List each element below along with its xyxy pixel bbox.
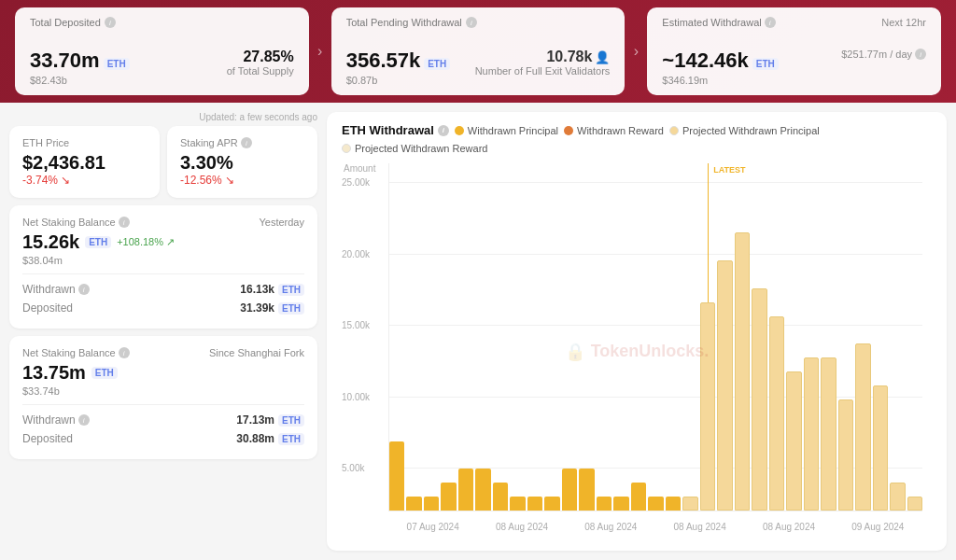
- info-icon-3[interactable]: i: [765, 17, 776, 28]
- eth-price-title: ETH Price: [22, 137, 147, 148]
- bar: [631, 483, 646, 511]
- yesterday-label: Yesterday: [259, 217, 304, 228]
- fork-info-icon[interactable]: i: [119, 347, 130, 358]
- net-balance-yesterday-card: Net Staking Balance i Yesterday 15.26k E…: [9, 205, 317, 329]
- bar: [406, 497, 421, 511]
- estimated-usd: $346.19m: [662, 75, 778, 86]
- card1-arrow[interactable]: ›: [309, 7, 331, 95]
- withdrawn-label-y: Withdrawn: [22, 283, 76, 296]
- bar-group: [406, 163, 421, 511]
- staking-apr-change: -12.56% ↘: [180, 174, 304, 187]
- deposited-eth-y: ETH: [278, 302, 304, 315]
- bar: [907, 497, 922, 511]
- legend-dot-2: [564, 126, 573, 135]
- deposited-fork-row: Deposited 30.88m ETH: [22, 429, 304, 448]
- bar-group: [855, 163, 870, 511]
- net-info-icon[interactable]: i: [119, 217, 130, 228]
- bar-group: [873, 163, 888, 511]
- pending-withdrawal-usd: $0.87b: [346, 75, 451, 86]
- bar-group: [752, 163, 766, 511]
- total-deposited-title: Total Deposited i: [30, 17, 294, 28]
- total-deposited-card: Total Deposited i 33.70m ETH $82.43b 27.…: [15, 7, 309, 95]
- validator-count-val: 10.78k: [546, 49, 592, 65]
- pending-withdrawal-card: Total Pending Withdrawal i 356.57k ETH $…: [331, 7, 626, 95]
- bar-group: [631, 163, 646, 511]
- y-label-25k: 25.00k: [342, 177, 370, 188]
- bar-group: [666, 163, 681, 511]
- bar-group: [907, 163, 922, 511]
- chart-title: ETH Withdrawal i: [342, 123, 449, 137]
- x-labels: 07 Aug 2024 08 Aug 2024 08 Aug 2024 08 A…: [388, 513, 922, 539]
- y-label-15k: 15.00k: [342, 320, 370, 330]
- bar-group: [890, 163, 905, 511]
- bar: [682, 497, 697, 511]
- bar: [527, 497, 542, 511]
- total-supply-pct: 27.85%: [227, 49, 294, 65]
- staking-apr-title: Staking APR i: [180, 137, 304, 148]
- chart-header: ETH Withdrawal i Withdrawn Principal Wit…: [342, 123, 932, 154]
- withdrawn-info-icon-y[interactable]: i: [78, 284, 90, 295]
- net-change-badge-y: +108.18% ↗: [117, 236, 175, 248]
- legend-withdrawn-reward: Withdrawn Reward: [564, 125, 664, 136]
- bar: [838, 399, 853, 511]
- bar: [562, 469, 577, 511]
- legend-dot-3: [669, 126, 679, 135]
- next-label: Next 12hr: [881, 17, 926, 28]
- pending-withdrawal-value: 356.57k ETH: [346, 49, 451, 73]
- validator-label: Number of Full Exit Validators: [475, 65, 611, 77]
- bar: [873, 385, 888, 511]
- bar: [597, 497, 612, 511]
- info-icon-2[interactable]: i: [466, 17, 477, 28]
- bar: [493, 483, 508, 511]
- chart-title-row: ETH Withdrawal i Withdrawn Principal Wit…: [342, 123, 932, 154]
- bar: [786, 371, 801, 511]
- withdrawn-info-icon-fork[interactable]: i: [78, 414, 90, 426]
- bar: [441, 483, 456, 511]
- rate-info-icon[interactable]: i: [915, 49, 926, 60]
- bar-group: [579, 163, 594, 511]
- deposited-label-y: Deposited: [22, 301, 73, 315]
- bar-group: [648, 163, 663, 511]
- net-balance-fork-title: Net Staking Balance i: [22, 347, 130, 358]
- y-label-10k: 10.00k: [342, 391, 370, 401]
- bar-group: [613, 163, 628, 511]
- deposited-yesterday-row: Deposited 31.39k ETH: [22, 299, 304, 317]
- top-bar: Total Deposited i 33.70m ETH $82.43b 27.…: [0, 0, 956, 103]
- bar: [389, 441, 404, 511]
- main-content: Updated: a few seconds ago ETH Price $2,…: [0, 103, 956, 560]
- bar: [855, 343, 870, 511]
- bar: [717, 260, 732, 511]
- bar-group: [441, 163, 456, 511]
- y-label-5k: 5.00k: [342, 463, 364, 473]
- total-deposited-usd: $82.43b: [30, 75, 130, 86]
- pending-withdrawal-title: Total Pending Withdrawal i: [346, 17, 611, 28]
- estimated-withdrawal-value: ~142.46k ETH: [662, 49, 778, 73]
- bar: [890, 483, 905, 511]
- net-usd-yesterday: $38.04m: [22, 255, 304, 266]
- chart-info-icon[interactable]: i: [438, 125, 449, 136]
- eth-price-card: ETH Price $2,436.81 -3.74% ↘: [9, 126, 160, 198]
- eth-price-change: -3.74% ↘: [22, 174, 147, 187]
- staking-info-icon[interactable]: i: [241, 137, 252, 148]
- eth-price-value: $2,436.81: [22, 152, 147, 174]
- net-value-fork: 13.75m: [22, 362, 86, 384]
- card2-arrow[interactable]: ›: [625, 7, 647, 95]
- bar: [752, 288, 766, 511]
- updated-text: Updated: a few seconds ago: [9, 112, 317, 122]
- fork-label: Since Shanghai Fork: [209, 347, 304, 358]
- info-icon[interactable]: i: [105, 17, 116, 28]
- amount-label: Amount: [344, 163, 375, 174]
- legend-projected-principal: Projected Withdrawn Principal: [669, 125, 820, 136]
- deposited-value-fork: 30.88m: [236, 432, 274, 445]
- deposited-label-fork: Deposited: [22, 432, 73, 445]
- net-eth-badge-fork: ETH: [91, 367, 118, 379]
- bar-group: [804, 163, 819, 511]
- deposited-eth-fork: ETH: [278, 433, 304, 445]
- bar: [458, 469, 473, 511]
- bar-group: [544, 163, 559, 511]
- price-staking-row: ETH Price $2,436.81 -3.74% ↘ Staking APR…: [9, 126, 317, 198]
- bar: [510, 497, 525, 511]
- legend-dot-4: [342, 144, 351, 153]
- bar-group: [493, 163, 508, 511]
- bar: [424, 497, 439, 511]
